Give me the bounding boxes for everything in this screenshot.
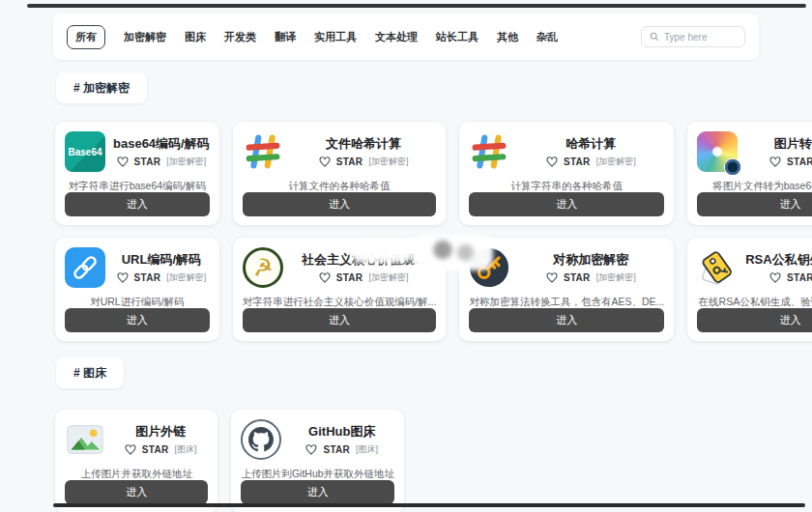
enter-button[interactable]: 进入	[65, 480, 208, 504]
tool-card[interactable]: 图片外链 STAR [图床] 上传图片并获取外链地址 进入	[55, 410, 218, 512]
frame-bottom-border	[53, 503, 805, 507]
tool-card[interactable]: 文件哈希计算 STAR [加密解密] 计算文件的各种哈希值 进入	[233, 122, 447, 225]
heart-icon[interactable]	[125, 444, 136, 455]
tab-开发类[interactable]: 开发类	[224, 26, 256, 48]
star-label[interactable]: STAR	[787, 272, 812, 283]
star-label[interactable]: STAR	[564, 156, 591, 167]
tools-page: 所有加密解密图床开发类翻译实用工具文本处理站长工具其他杂乱 # 加密解密 Bas…	[0, 0, 812, 512]
tool-title: GitHub图床	[289, 423, 394, 441]
search-icon	[650, 32, 659, 42]
star-label[interactable]: STAR	[323, 444, 350, 455]
censor-blur	[412, 235, 493, 270]
heart-icon[interactable]	[769, 272, 781, 283]
star-label[interactable]: STAR	[336, 156, 363, 167]
tool-description: 在线RSA公私钥生成、验证、加密和解密	[697, 296, 812, 308]
enter-button[interactable]: 进入	[469, 192, 664, 216]
heart-icon[interactable]	[546, 156, 558, 167]
search-input[interactable]	[664, 32, 737, 43]
star-label[interactable]: STAR	[336, 272, 363, 283]
tab-翻译[interactable]: 翻译	[275, 26, 296, 48]
tool-title: 图片外链	[113, 423, 208, 441]
tool-description: 将图片文件转为base64格式的图片	[697, 180, 812, 192]
tab-站长工具[interactable]: 站长工具	[436, 26, 478, 48]
tool-description: 对字符串进行base64编码/解码	[65, 180, 210, 192]
enter-button[interactable]: 进入	[65, 308, 210, 332]
image-icon	[65, 419, 105, 460]
heart-icon[interactable]	[319, 272, 331, 283]
link-icon	[65, 247, 105, 288]
tool-title: 哈希计算	[517, 135, 664, 153]
category-tag: [加密解密]	[368, 156, 408, 168]
tool-title: 图片转base64	[745, 135, 812, 153]
hash-icon	[469, 131, 509, 172]
tab-杂乱[interactable]: 杂乱	[536, 26, 558, 48]
tool-title: 对称加密解密	[517, 251, 664, 269]
category-tag: [加密解密]	[596, 156, 636, 168]
star-label[interactable]: STAR	[142, 444, 169, 455]
tool-title: RSA公私钥生成、验证...	[745, 251, 812, 269]
tab-加密解密[interactable]: 加密解密	[124, 26, 166, 48]
tab-bar: 所有加密解密图床开发类翻译实用工具文本处理站长工具其他杂乱	[67, 25, 641, 49]
heart-icon[interactable]	[117, 272, 129, 283]
enter-button[interactable]: 进入	[243, 192, 437, 216]
tag-key-icon	[697, 247, 738, 288]
tool-description: 对称加密算法转换工具，包含有AES、DE...	[469, 296, 664, 308]
tab-所有[interactable]: 所有	[67, 25, 105, 49]
star-label[interactable]: STAR	[787, 156, 812, 167]
enter-button[interactable]: 进入	[65, 192, 210, 216]
heart-icon[interactable]	[769, 156, 781, 167]
category-tag: [加密解密]	[596, 271, 636, 284]
tool-card[interactable]: URL编码/解码 STAR [加密解密] 对URL进行编码/解码 进入	[55, 238, 219, 341]
heart-icon[interactable]	[117, 156, 129, 167]
search-box[interactable]	[641, 26, 745, 47]
hammer-sickle-icon: ☭	[243, 247, 283, 288]
star-label[interactable]: STAR	[564, 272, 591, 283]
tool-description: 上传图片并获取外链地址	[65, 468, 208, 480]
enter-button[interactable]: 进入	[241, 480, 394, 504]
photos-icon	[697, 131, 738, 172]
tool-description: 对字符串进行社会主义核心价值观编码/解...	[243, 296, 437, 308]
tool-title: base64编码/解码	[113, 135, 210, 153]
category-tag: [加密解密]	[166, 271, 206, 284]
tool-card[interactable]: 图片转base64 STAR [加密解密] 将图片文件转为base64格式的图片…	[687, 122, 812, 225]
category-tag: [图床]	[356, 443, 378, 456]
hash-icon	[243, 131, 283, 172]
tool-card[interactable]: RSA公私钥生成、验证... STAR [加密解密] 在线RSA公私钥生成、验证…	[687, 238, 812, 341]
category-tag: [加密解密]	[166, 156, 206, 168]
enter-button[interactable]: 进入	[697, 192, 812, 216]
tool-title: 文件哈希计算	[291, 135, 437, 153]
tab-图床[interactable]: 图床	[185, 26, 206, 48]
tab-实用工具[interactable]: 实用工具	[314, 26, 357, 48]
section-title-image-hosting: # 图床	[56, 357, 124, 388]
star-label[interactable]: STAR	[134, 156, 161, 167]
tool-description: 计算字符串的各种哈希值	[469, 180, 664, 192]
category-tag: [加密解密]	[368, 271, 408, 284]
tool-card[interactable]: 哈希计算 STAR [加密解密] 计算字符串的各种哈希值 进入	[459, 122, 674, 225]
tool-grid-encrypt: Base64 base64编码/解码 STAR [加密解密] 对字符串进行bas…	[55, 122, 757, 341]
heart-icon[interactable]	[305, 444, 317, 455]
censor-blur	[350, 241, 414, 263]
github-icon	[241, 419, 281, 460]
category-tag: [图床]	[175, 443, 197, 456]
enter-button[interactable]: 进入	[243, 308, 437, 332]
heart-icon[interactable]	[319, 156, 331, 167]
enter-button[interactable]: 进入	[469, 308, 664, 332]
section-title-encrypt: # 加密解密	[56, 72, 147, 103]
tool-card[interactable]: GitHub图床 STAR [图床] 上传图片到GitHub并获取外链地址 进入	[231, 410, 404, 512]
tool-card[interactable]: Base64 base64编码/解码 STAR [加密解密] 对字符串进行bas…	[55, 122, 219, 225]
tool-title: URL编码/解码	[113, 251, 210, 269]
enter-button[interactable]: 进入	[697, 308, 812, 332]
tool-description: 对URL进行编码/解码	[65, 296, 210, 308]
header-panel: 所有加密解密图床开发类翻译实用工具文本处理站长工具其他杂乱	[53, 14, 759, 60]
tool-description: 上传图片到GitHub并获取外链地址	[241, 468, 394, 480]
tool-grid-image-hosting: 图片外链 STAR [图床] 上传图片并获取外链地址 进入 GitHub图床	[55, 410, 757, 512]
star-label[interactable]: STAR	[134, 272, 161, 283]
base64-icon: Base64	[65, 131, 105, 172]
heart-icon[interactable]	[546, 272, 558, 283]
tool-description: 计算文件的各种哈希值	[243, 180, 437, 192]
frame-top-border	[27, 4, 806, 8]
tab-文本处理[interactable]: 文本处理	[375, 26, 418, 48]
tab-其他[interactable]: 其他	[497, 26, 518, 48]
